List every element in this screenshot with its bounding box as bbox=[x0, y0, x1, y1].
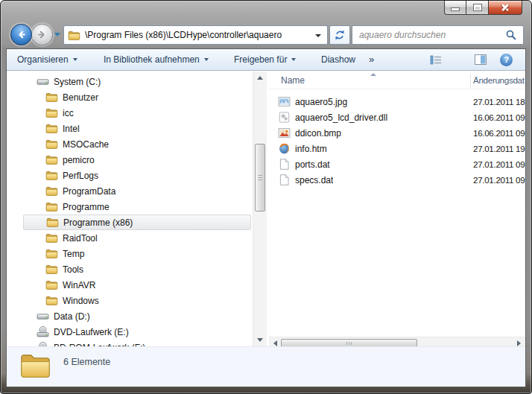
tree-item-benutzer[interactable]: Benutzer bbox=[23, 89, 251, 105]
triangle-right-icon bbox=[517, 340, 521, 346]
more-commands-chevron[interactable]: » bbox=[369, 49, 374, 70]
tree-item-data-d[interactable]: Data (D:) bbox=[23, 308, 251, 324]
scroll-up-button[interactable] bbox=[253, 72, 267, 84]
help-icon: ? bbox=[500, 54, 513, 66]
main-content: System (C:) Benutzer icc Intel MSOCache … bbox=[7, 72, 525, 346]
file-row-ports-dat[interactable]: ports.dat 27.01.2011 09: bbox=[269, 156, 525, 172]
preview-pane-button[interactable] bbox=[475, 49, 487, 70]
explorer-window: \Program Files (x86)\LCDHype\controller\… bbox=[0, 0, 532, 394]
large-folder-icon bbox=[18, 349, 53, 384]
tree-item-pemicro[interactable]: pemicro bbox=[23, 152, 251, 168]
file-list-horizontal-scrollbar[interactable] bbox=[269, 337, 525, 346]
in-bibliothek-aufnehmen-button[interactable]: In Bibliothek aufnehmen bbox=[104, 49, 209, 70]
diashow-button[interactable]: Diashow bbox=[321, 49, 355, 70]
column-headers: Name Änderungsdat bbox=[269, 72, 525, 89]
triangle-left-icon bbox=[273, 340, 277, 346]
name-column-header[interactable]: Name bbox=[281, 72, 305, 89]
navigation-pane: System (C:) Benutzer icc Intel MSOCache … bbox=[7, 72, 253, 346]
chevron-down-icon bbox=[73, 58, 77, 61]
forward-button[interactable] bbox=[31, 24, 53, 45]
status-bar: 6 Elemente bbox=[7, 346, 525, 387]
bitmap-file-icon bbox=[278, 127, 291, 139]
file-list: Name Änderungsdat aquaero5.jpg 27.01.201… bbox=[269, 72, 525, 346]
file-row-aquaero5-lcd-driver-dll[interactable]: aquaero5_lcd_driver.dll 16.06.2011 09: bbox=[269, 109, 525, 125]
close-button[interactable] bbox=[488, 1, 522, 15]
tree-item-temp[interactable]: Temp bbox=[23, 246, 251, 261]
tree-item-system-c[interactable]: System (C:) bbox=[23, 74, 251, 89]
back-arrow-icon bbox=[15, 28, 28, 41]
image-file-icon bbox=[278, 95, 291, 108]
folder-icon bbox=[45, 169, 58, 182]
search-box bbox=[352, 25, 524, 45]
maximize-icon bbox=[474, 4, 481, 10]
address-dropdown-icon[interactable] bbox=[315, 34, 321, 37]
tree-item-programme-x86[interactable]: Programme (x86) bbox=[23, 215, 251, 230]
preview-pane-icon bbox=[475, 54, 487, 65]
tree-item-icc[interactable]: icc bbox=[23, 105, 251, 121]
tree-vertical-scrollbar[interactable] bbox=[253, 72, 267, 346]
file-row-aquaero5-jpg[interactable]: aquaero5.jpg 27.01.2011 18: bbox=[269, 94, 525, 109]
folder-icon bbox=[45, 122, 58, 135]
tree-scrollbar-thumb[interactable] bbox=[255, 144, 265, 212]
window-controls bbox=[444, 1, 522, 15]
organisieren-button[interactable]: Organisieren bbox=[17, 49, 77, 70]
toolbar: Organisieren In Bibliothek aufnehmen Fre… bbox=[7, 49, 525, 71]
tree-item-windows[interactable]: Windows bbox=[23, 293, 251, 308]
sort-ascending-icon bbox=[370, 73, 376, 76]
freigeben-fuer-button[interactable]: Freigeben für bbox=[234, 49, 296, 70]
tree-item-programme[interactable]: Programme bbox=[23, 199, 251, 215]
address-bar[interactable]: \Program Files (x86)\LCDHype\controller\… bbox=[63, 25, 328, 45]
tree-item-perflogs[interactable]: PerfLogs bbox=[23, 168, 251, 183]
folder-icon bbox=[45, 247, 58, 260]
refresh-button[interactable] bbox=[329, 25, 350, 45]
minimize-button[interactable] bbox=[444, 1, 466, 15]
back-button[interactable] bbox=[10, 24, 32, 45]
chevron-down-icon bbox=[204, 58, 209, 61]
scroll-down-button[interactable] bbox=[253, 334, 267, 346]
address-path: \Program Files (x86)\LCDHype\controller\… bbox=[85, 30, 298, 40]
folder-icon bbox=[45, 294, 58, 307]
tree-item-tools[interactable]: Tools bbox=[23, 261, 251, 277]
help-button[interactable]: ? bbox=[500, 49, 513, 70]
folder-icon bbox=[45, 107, 58, 119]
scroll-left-button[interactable] bbox=[269, 337, 282, 346]
change-view-button[interactable] bbox=[430, 49, 447, 70]
search-input[interactable] bbox=[352, 26, 505, 44]
tree-item-msocache[interactable]: MSOCache bbox=[23, 136, 251, 152]
folder-icon bbox=[45, 263, 58, 276]
folder-icon bbox=[45, 200, 58, 213]
horizontal-scrollbar-thumb[interactable] bbox=[281, 339, 417, 346]
tree-item-dvd-laufwerk-e[interactable]: DVD-Laufwerk (E:) bbox=[23, 324, 251, 340]
folder-icon bbox=[45, 153, 58, 166]
minimize-icon bbox=[452, 8, 459, 10]
column-divider[interactable] bbox=[470, 74, 471, 88]
search-icon[interactable] bbox=[505, 29, 517, 41]
hard-drive-icon bbox=[37, 75, 49, 88]
folder-icon bbox=[45, 232, 58, 244]
folder-icon bbox=[68, 29, 80, 42]
folder-icon bbox=[45, 91, 58, 104]
tree-item-intel[interactable]: Intel bbox=[23, 121, 251, 136]
dll-file-icon bbox=[278, 111, 291, 124]
item-count-label: 6 Elemente bbox=[63, 357, 110, 367]
folder-icon bbox=[45, 279, 58, 291]
tree-item-winavr[interactable]: WinAVR bbox=[23, 277, 251, 293]
optical-drive-icon bbox=[37, 325, 49, 338]
triangle-up-icon bbox=[257, 76, 263, 80]
date-modified-column-header[interactable]: Änderungsdat bbox=[473, 72, 525, 89]
recent-pages-dropdown[interactable] bbox=[54, 33, 60, 36]
tree-item-programdata[interactable]: ProgramData bbox=[23, 183, 251, 199]
folder-icon bbox=[45, 185, 58, 197]
folder-icon bbox=[46, 216, 59, 229]
tree-item-raidtool[interactable]: RaidTool bbox=[23, 230, 251, 246]
file-row-info-htm[interactable]: info.htm 27.01.2011 19: bbox=[269, 141, 525, 156]
optical-drive-icon bbox=[37, 341, 49, 346]
scroll-right-button[interactable] bbox=[513, 337, 525, 346]
folder-icon bbox=[45, 138, 58, 150]
dat-file-icon bbox=[278, 174, 291, 186]
maximize-button[interactable] bbox=[466, 1, 488, 15]
file-row-specs-dat[interactable]: specs.dat 27.01.2011 09: bbox=[269, 172, 525, 188]
tree-item-bd-rom-laufwerk-f[interactable]: BD-ROM-Laufwerk (F:) bbox=[23, 340, 251, 346]
chevron-down-icon bbox=[291, 58, 296, 61]
file-row-ddicon-bmp[interactable]: ddicon.bmp 16.06.2011 09: bbox=[269, 125, 525, 141]
